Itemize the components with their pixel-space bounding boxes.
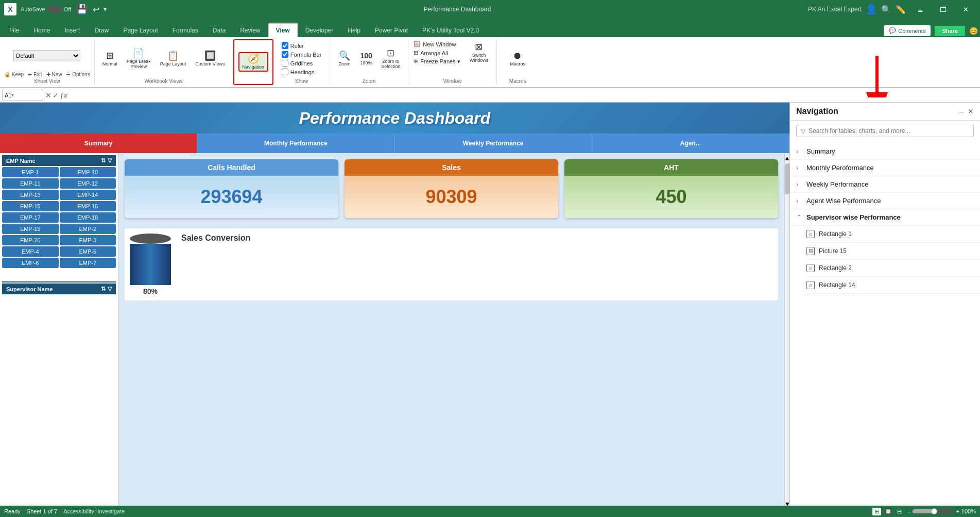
formula-input[interactable] <box>70 90 978 101</box>
nav-sub-picture15[interactable]: 🖼 Picture 15 <box>806 243 980 260</box>
keep-btn[interactable]: 🔒 Keep <box>4 72 24 77</box>
tab-pk-utility[interactable]: PK's Utility Tool V2.0 <box>415 24 486 37</box>
emp-emp2[interactable]: EMP-2 <box>60 224 116 234</box>
nav-close-icon[interactable]: ✕ <box>968 107 974 115</box>
restore-btn[interactable]: 🗖 <box>933 2 953 16</box>
emp-emp6[interactable]: EMP-6 <box>2 258 59 268</box>
formula-confirm[interactable]: ✓ <box>53 91 59 99</box>
tab-view[interactable]: View <box>268 23 298 37</box>
emp-emp3[interactable]: EMP-3 <box>60 235 116 245</box>
gridlines-checkbox[interactable] <box>282 60 288 66</box>
zoom-handle[interactable] <box>931 508 937 514</box>
dash-tab-summary[interactable]: Summary <box>0 134 197 153</box>
emp-emp15[interactable]: EMP-15 <box>2 201 59 211</box>
supervisor-sort-icon[interactable]: ⇅ <box>101 286 106 292</box>
emp-emp5[interactable]: EMP-5 <box>60 246 116 257</box>
scroll-up[interactable]: ▲ <box>785 153 789 163</box>
emp-emp4[interactable]: EMP-4 <box>2 246 59 257</box>
smiley-icon[interactable]: 😊 <box>969 27 978 35</box>
tab-review[interactable]: Review <box>233 24 267 37</box>
emp-emp20[interactable]: EMP-20 <box>2 235 59 245</box>
emp-emp7[interactable]: EMP-7 <box>60 258 116 268</box>
cell-reference-box[interactable]: A1 ▾ <box>2 90 43 101</box>
nav-item-agent[interactable]: › Agent Wise Performance <box>790 193 980 209</box>
new-window-btn[interactable]: 🪟 New Window <box>412 40 461 48</box>
dash-tab-agent[interactable]: Agen... <box>592 134 789 153</box>
emp-emp17[interactable]: EMP-17 <box>2 212 59 223</box>
exit-btn[interactable]: ⬅ Exit <box>28 72 42 77</box>
nav-minimize-icon[interactable]: – <box>959 107 964 115</box>
zoom-selection-btn[interactable]: ⊡ Zoom to Selection <box>377 47 404 71</box>
emp-emp13[interactable]: EMP-13 <box>2 190 59 200</box>
minimize-btn[interactable]: 🗕 <box>910 2 931 16</box>
emp-sort-icon[interactable]: ⇅ <box>101 157 106 164</box>
nav-search-box[interactable]: ▽ <box>796 125 974 137</box>
emp-emp18[interactable]: EMP-18 <box>60 212 116 223</box>
scroll-bar[interactable]: ▲ ▼ <box>784 153 789 517</box>
tab-insert[interactable]: Insert <box>57 24 87 37</box>
share-btn[interactable]: Share <box>935 26 965 36</box>
tab-file[interactable]: File <box>2 24 26 37</box>
emp-emp11[interactable]: EMP-11 <box>2 178 59 189</box>
tab-developer[interactable]: Developer <box>298 24 341 37</box>
emp-emp19[interactable]: EMP-19 <box>2 224 59 234</box>
tab-data[interactable]: Data <box>205 24 233 37</box>
dash-tab-monthly[interactable]: Monthly Performance <box>197 134 394 153</box>
tab-help[interactable]: Help <box>340 24 368 37</box>
sheet-view-dropdown[interactable]: Default <box>13 50 80 61</box>
arrange-all-btn[interactable]: ⊞ Arrange All <box>412 49 461 57</box>
emp-emp1[interactable]: EMP-1 <box>2 167 59 177</box>
tab-draw[interactable]: Draw <box>87 24 116 37</box>
autosave-toggle[interactable] <box>47 6 62 13</box>
new-btn[interactable]: ✚ New <box>46 72 62 77</box>
options-btn[interactable]: ☰ Options <box>66 72 90 77</box>
emp-emp14[interactable]: EMP-14 <box>60 190 116 200</box>
page-layout-view-btn[interactable]: 🔲 <box>883 508 893 515</box>
dash-tab-weekly[interactable]: Weekly Performance <box>395 134 592 153</box>
comments-btn[interactable]: 💬 💬 Comments Comments <box>884 25 931 36</box>
undo-icon[interactable]: ↩ <box>93 5 99 14</box>
supervisor-filter-icon[interactable]: ▽ <box>108 286 112 292</box>
formula-bar-checkbox[interactable] <box>282 51 288 58</box>
page-break-btn[interactable]: 📄 Page Break Preview <box>123 47 154 71</box>
page-break-view-btn[interactable]: ⊟ <box>896 508 903 515</box>
headings-checkbox[interactable] <box>282 69 288 75</box>
emp-emp12[interactable]: EMP-12 <box>60 178 116 189</box>
ruler-checkbox[interactable] <box>282 42 288 49</box>
zoom-100-btn[interactable]: 100 100% <box>356 51 376 67</box>
normal-view-btn[interactable]: ⊞ <box>872 508 881 515</box>
emp-emp10[interactable]: EMP-10 <box>60 167 116 177</box>
nav-sub-rectangle1[interactable]: ⊡ Rectangle 1 <box>806 226 980 243</box>
nav-item-summary[interactable]: › Summary <box>790 143 980 160</box>
nav-item-monthly[interactable]: › Monthly Peroformance <box>790 160 980 176</box>
zoom-in-btn[interactable]: + <box>956 508 959 514</box>
nav-item-weekly[interactable]: › Weekly Performance <box>790 176 980 193</box>
formula-insert[interactable]: ƒx <box>60 91 67 99</box>
macros-btn[interactable]: ⏺ Macros <box>506 49 529 68</box>
nav-search-input[interactable] <box>809 127 969 135</box>
tab-power-pivot[interactable]: Power Pivot <box>368 24 415 37</box>
zoom-out-btn[interactable]: – <box>907 508 910 514</box>
scroll-thumb[interactable] <box>785 163 789 194</box>
zoom-slider[interactable] <box>913 509 954 513</box>
emp-emp16[interactable]: EMP-16 <box>60 201 116 211</box>
custom-views-btn[interactable]: 🔲 Custom Views <box>192 49 228 68</box>
formula-cancel[interactable]: ✕ <box>45 91 51 99</box>
tab-formulas[interactable]: Formulas <box>165 24 205 37</box>
emp-filter-icon[interactable]: ▽ <box>108 157 112 164</box>
nav-sub-rectangle2[interactable]: ⊡ Rectangle 2 <box>806 260 980 277</box>
switch-windows-btn[interactable]: ⊠ Switch Windows <box>466 40 493 65</box>
dropdown-icon[interactable]: ▾ <box>104 6 107 13</box>
navigation-btn[interactable]: 🧭 Navigation <box>238 52 269 72</box>
tab-page-layout[interactable]: Page Layout <box>116 24 165 37</box>
normal-btn[interactable]: ⊞ Normal <box>99 49 121 68</box>
zoom-btn[interactable]: 🔍 Zoom <box>334 49 355 68</box>
save-icon[interactable]: 💾 <box>76 4 88 15</box>
freeze-panes-btn[interactable]: ❄ Freeze Panes ▾ <box>412 58 461 65</box>
nav-sub-rectangle14[interactable]: ⊡ Rectangle 14 <box>806 277 980 294</box>
cell-ref-dropdown[interactable]: ▾ <box>11 92 14 98</box>
page-layout-btn[interactable]: 📋 Page Layout <box>157 49 190 68</box>
search-icon[interactable]: 🔍 <box>881 5 891 14</box>
pen-icon[interactable]: ✏️ <box>896 5 906 14</box>
close-btn[interactable]: ✕ <box>955 2 976 16</box>
